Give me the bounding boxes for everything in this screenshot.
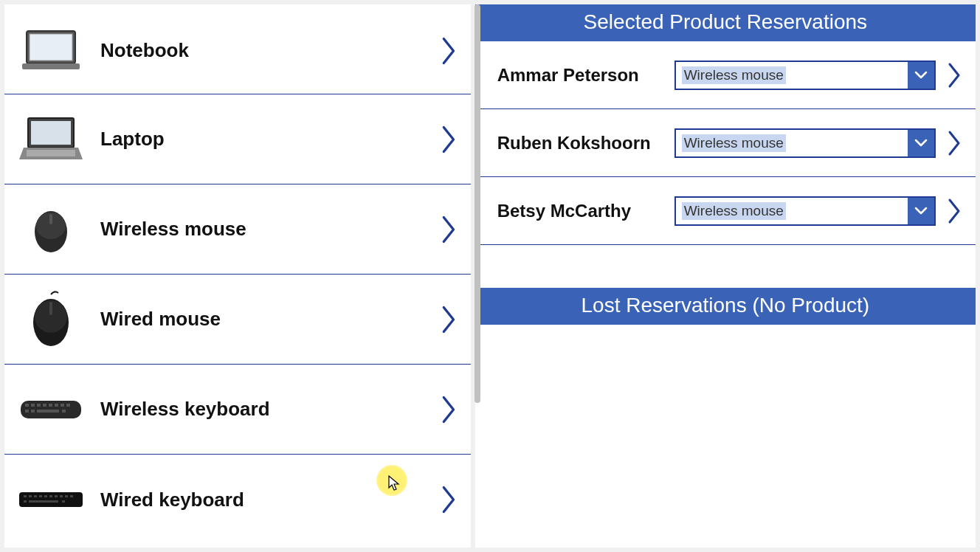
laptop-icon [18,110,84,169]
lost-reservations-header: Lost Reservations (No Product) [475,288,976,325]
chevron-right-icon [441,485,458,514]
svg-rect-25 [62,410,66,413]
svg-rect-1 [30,34,72,61]
svg-rect-21 [66,404,70,407]
svg-rect-6 [27,150,75,156]
reservation-row: Ruben Kokshoorn Wireless mouse [475,109,976,177]
chevron-right-icon[interactable] [948,198,962,224]
svg-rect-12 [49,302,52,315]
svg-rect-30 [39,495,42,497]
product-row-notebook[interactable]: Notebook [4,4,471,94]
selected-reservations-header: Selected Product Reservations [475,4,976,41]
chevron-down-icon [908,130,934,156]
product-row-wired-mouse[interactable]: Wired mouse [4,275,471,365]
svg-rect-19 [55,404,58,407]
chevron-right-icon [441,36,458,66]
svg-rect-29 [34,495,37,497]
svg-rect-28 [29,495,32,497]
svg-rect-34 [60,495,63,497]
scrollbar[interactable] [475,4,480,403]
svg-rect-23 [31,410,35,413]
svg-rect-15 [31,404,35,407]
svg-rect-24 [37,410,59,413]
reservation-name: Ammar Peterson [497,65,674,86]
svg-rect-2 [22,63,80,69]
svg-rect-33 [55,495,58,497]
svg-rect-18 [49,404,52,407]
chevron-down-icon [908,62,934,89]
svg-rect-37 [24,500,27,503]
svg-rect-14 [25,404,29,407]
product-dropdown[interactable]: Wireless mouse [674,128,936,158]
product-row-laptop[interactable]: Laptop [4,94,471,184]
reservation-name: Betsy McCarthy [497,201,674,221]
product-row-wireless-keyboard[interactable]: Wireless keyboard [4,365,471,455]
chevron-right-icon [441,395,458,424]
dropdown-value: Wireless mouse [676,198,908,224]
svg-rect-26 [19,492,83,507]
keyboard-dark-icon [18,470,84,529]
chevron-right-icon [441,305,458,334]
svg-rect-22 [25,410,29,413]
product-list: Notebook Laptop Wireless mouse [4,4,471,548]
chevron-right-icon [441,125,458,154]
chevron-down-icon [908,198,934,224]
mouse-icon [18,200,84,259]
dropdown-value: Wireless mouse [676,130,908,156]
svg-rect-27 [24,495,27,497]
product-label: Notebook [84,39,441,62]
product-label: Wired mouse [84,308,441,331]
reservation-name: Ruben Kokshoorn [497,133,674,153]
wired-mouse-icon [18,290,84,349]
chevron-right-icon [441,215,458,244]
svg-rect-17 [43,404,46,407]
notebook-icon [18,21,84,80]
keyboard-icon [18,380,84,439]
product-dropdown[interactable]: Wireless mouse [674,196,936,226]
svg-rect-9 [49,214,52,224]
chevron-right-icon[interactable] [948,130,962,156]
svg-rect-31 [44,495,47,497]
svg-rect-4 [31,121,71,145]
product-dropdown[interactable]: Wireless mouse [674,61,936,90]
product-row-wired-keyboard[interactable]: Wired keyboard [4,455,471,545]
reservations-panel: Selected Product Reservations Ammar Pete… [475,4,976,548]
product-label: Laptop [84,128,441,151]
product-row-wireless-mouse[interactable]: Wireless mouse [4,184,471,275]
svg-rect-35 [65,495,68,497]
product-label: Wired keyboard [84,489,441,511]
reservation-row: Ammar Peterson Wireless mouse [475,41,976,109]
reservation-row: Betsy McCarthy Wireless mouse [475,177,976,245]
svg-rect-32 [49,495,52,497]
product-label: Wireless keyboard [84,398,441,421]
svg-rect-39 [62,500,65,503]
svg-rect-36 [70,495,73,497]
product-label: Wireless mouse [84,218,441,241]
chevron-right-icon[interactable] [948,62,962,89]
dropdown-value: Wireless mouse [676,62,908,89]
svg-rect-38 [29,500,58,503]
svg-rect-20 [61,404,64,407]
svg-rect-16 [37,404,41,407]
